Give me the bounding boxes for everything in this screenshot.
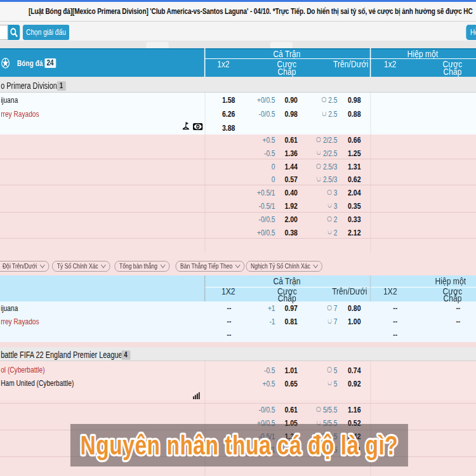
svg-text:Nguyên nhân thua cá độ là gì?: Nguyên nhân thua cá độ là gì? [81, 430, 399, 460]
